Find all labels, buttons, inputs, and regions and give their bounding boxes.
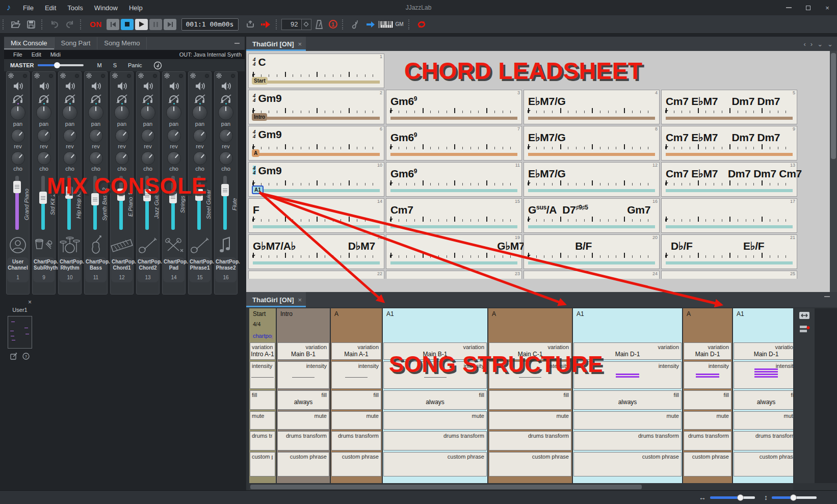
channel-name-box[interactable]: ChartPop.Phrase115 (189, 257, 211, 282)
intensity-cell[interactable]: intensity (277, 361, 329, 389)
tab-close-icon[interactable]: × (298, 296, 302, 304)
variation-cell[interactable]: variationMain A-1 (331, 342, 381, 360)
song-part-header[interactable]: A (684, 308, 731, 341)
intensity-cell[interactable]: intensity (734, 361, 793, 389)
intensity-cell[interactable]: intensity (684, 361, 731, 389)
mute-cell[interactable]: mute (277, 411, 329, 430)
custom-phrase-cell[interactable]: custom phrase (277, 452, 329, 476)
master-mute-button[interactable]: M (97, 62, 101, 68)
channel-pan-knob[interactable] (140, 105, 155, 120)
channel-rev-knob[interactable] (167, 129, 181, 143)
chord-symbol[interactable]: E♭M7/G (528, 131, 565, 144)
channel-volume-fader[interactable]: Jazz Guitar (137, 174, 159, 233)
fader-thumb[interactable] (65, 187, 73, 199)
master-panic-button[interactable]: Panic (128, 62, 142, 68)
channel-strip-10[interactable]: panrevchoHip Hop KitChartPop.Rhythm10 (58, 71, 82, 295)
drums-transform-cell[interactable]: drums transform (489, 431, 571, 450)
song-structure-song-tab[interactable]: ThatGirl [ON] × (246, 292, 306, 307)
channel-strip-16[interactable]: panrevchoFluteChartPop.Phrase216 (214, 71, 238, 295)
leadsheet-bar-19[interactable]: 19G♭M7 (386, 234, 522, 269)
channel-mute-icon[interactable] (116, 79, 127, 92)
menu-tools[interactable]: Tools (62, 4, 88, 12)
channel-strip-11[interactable]: panrevchoSynth Bass 2ChartPop.Bass11 (84, 71, 108, 295)
playback-on-indicator[interactable]: ON (90, 20, 102, 29)
chord-symbol[interactable]: Gm9 (258, 165, 282, 176)
channel-volume-fader[interactable]: Steel Guitar (189, 174, 211, 233)
channel-strip-1[interactable]: panrevchoGrand PianoUserChannel1 (6, 71, 30, 295)
channel-volume-fader[interactable]: Hip Hop Kit (59, 174, 81, 233)
leadsheet-bar-22[interactable]: 22 (248, 271, 384, 279)
leadsheet-bar-10[interactable]: 1044Gm9A1 (248, 162, 384, 197)
fader-thumb[interactable] (117, 189, 125, 201)
song-part-header[interactable]: A (489, 308, 571, 341)
chord-symbol[interactable]: Gm9 (258, 92, 282, 104)
leadsheet-bar-12[interactable]: 12E♭M7/G (524, 162, 660, 197)
variation-cell[interactable]: variationMain C-1 (489, 342, 571, 360)
channel-rev-knob[interactable] (37, 129, 51, 143)
drums-transform-cell[interactable]: drums transform (734, 431, 793, 450)
tab-close-icon[interactable]: × (298, 40, 302, 48)
metronome-icon[interactable] (312, 18, 326, 31)
chord-symbol[interactable]: Cm7 E♭M7 (666, 131, 718, 144)
section-badge-intro[interactable]: Intro (252, 113, 267, 121)
channel-rev-knob[interactable] (89, 129, 103, 143)
fill-cell[interactable]: fillalways (734, 390, 793, 410)
channel-name-box[interactable]: ChartPop.Chord112 (111, 257, 133, 282)
loop-icon[interactable] (244, 18, 257, 31)
custom-phrase-cell[interactable]: custom phrase (573, 452, 682, 476)
song-part-header[interactable]: A1 (734, 308, 793, 341)
channel-rev-knob[interactable] (115, 129, 129, 143)
user-track-phrase-view[interactable] (8, 316, 32, 349)
minimize-button[interactable] (779, 0, 798, 15)
chord-symbol[interactable]: Gm69 (390, 95, 417, 108)
save-button[interactable] (24, 18, 38, 31)
channel-name-box[interactable]: ChartPop.Rhythm10 (59, 257, 81, 282)
chord-symbol[interactable]: B/F (575, 240, 592, 252)
channel-rev-knob[interactable] (141, 129, 155, 143)
stop-button[interactable] (121, 19, 134, 30)
channel-name-box[interactable]: ChartPop.Chord213 (137, 257, 159, 282)
channel-volume-fader[interactable]: E.Piano 1 (111, 174, 133, 233)
chord-symbol[interactable]: Cm7 E♭M7 (666, 95, 718, 108)
channel-pan-knob[interactable] (192, 105, 207, 120)
chord-symbol[interactable]: Dm7 Dm7 (731, 95, 780, 108)
menu-help[interactable]: Help (123, 4, 148, 12)
channel-mute-icon[interactable] (38, 79, 49, 92)
mute-cell[interactable]: mute (573, 411, 682, 430)
channel-mute-icon[interactable] (194, 79, 205, 92)
user-track-close-icon[interactable]: × (6, 299, 34, 306)
channel-volume-fader[interactable]: Synth Bass 2 (85, 174, 107, 233)
leadsheet-bar-4[interactable]: 4E♭M7/G (524, 90, 660, 124)
tab-list-icon[interactable]: ⌄ (817, 40, 823, 48)
channel-name-box[interactable]: ChartPop.SubRhythm9 (33, 257, 55, 282)
open-song-button[interactable] (9, 18, 22, 31)
section-badge-a[interactable]: A (252, 149, 259, 157)
chord-symbol[interactable]: Gm9 (258, 128, 282, 140)
channel-cho-knob[interactable] (63, 151, 77, 165)
skip-end-button[interactable] (164, 19, 176, 30)
tab-mix-console[interactable]: Mix Console (4, 37, 55, 49)
instrument-transpose-icon[interactable] (349, 18, 362, 31)
song-part-column-1[interactable]: Start4/4chartpop....variationIntro A-1in… (249, 308, 276, 483)
mix-menu-edit[interactable]: Edit (27, 51, 46, 58)
maximize-button[interactable] (798, 0, 818, 15)
tempo-input[interactable]: 92 (281, 19, 302, 30)
chord-symbol[interactable]: Gsus/A (528, 204, 557, 216)
leadsheet-bar-14[interactable]: 14F (248, 198, 384, 233)
channel-cho-knob[interactable] (141, 151, 155, 165)
fill-cell[interactable]: fill (331, 390, 381, 410)
channel-cho-knob[interactable] (167, 151, 181, 165)
song-part-column-8[interactable]: A1variationMain D-1intensityfillalwaysmu… (733, 308, 793, 483)
fill-cell[interactable]: fill (250, 390, 275, 410)
channel-pan-knob[interactable] (62, 105, 77, 120)
channel-mute-icon[interactable] (220, 79, 231, 92)
leadsheet-bar-8[interactable]: 8E♭M7/G (524, 126, 660, 161)
fill-cell[interactable]: fill (489, 390, 571, 410)
fader-thumb[interactable] (169, 191, 177, 203)
drums-transform-cell[interactable]: drums transform (573, 431, 682, 450)
channel-cho-knob[interactable] (219, 151, 233, 165)
leadsheet-song-tab[interactable]: ThatGirl [ON] × (246, 37, 306, 51)
channel-volume-fader[interactable]: Grand Piano (7, 174, 29, 233)
mix-menu-midi[interactable]: Midi (46, 51, 65, 58)
channel-name-box[interactable]: UserChannel1 (7, 257, 29, 282)
